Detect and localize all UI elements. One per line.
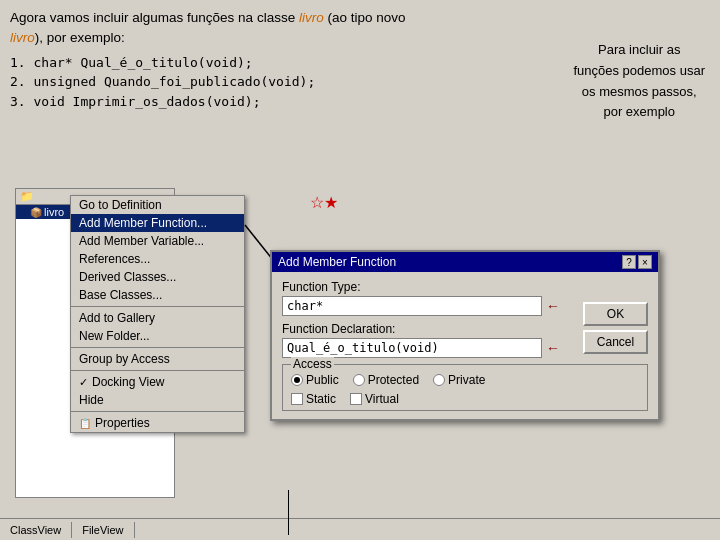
checkbox-static[interactable]: Static: [291, 392, 336, 406]
tree-icon: 📦: [30, 207, 42, 218]
add-member-function-dialog: Add Member Function ? × OK Cancel Functi…: [270, 250, 660, 421]
bottom-tab-bar: ClassView FileView: [0, 518, 720, 540]
dialog-title: Add Member Function: [278, 255, 396, 269]
side-note-line-1: Para incluir as: [573, 40, 705, 61]
cursor-arrow-icon2: ←: [546, 340, 560, 356]
side-note: Para incluir as funções podemos usar os …: [573, 40, 705, 123]
menu-separator-4: [71, 411, 244, 412]
menu-separator-3: [71, 370, 244, 371]
star-cursor-icon: ☆★: [310, 193, 338, 212]
cancel-button[interactable]: Cancel: [583, 330, 648, 354]
function-type-label: Function Type:: [282, 280, 648, 294]
function-type-input[interactable]: [282, 296, 542, 316]
checkbox-static-label: Static: [306, 392, 336, 406]
checkbox-virtual-box[interactable]: [350, 393, 362, 405]
side-note-line-2: funções podemos usar: [573, 61, 705, 82]
access-radio-row: Public Protected Private: [291, 373, 639, 387]
radio-public-circle[interactable]: [291, 374, 303, 386]
menu-item-add-member-function[interactable]: Add Member Function...: [71, 214, 244, 232]
menu-item-derived-classes[interactable]: Derived Classes...: [71, 268, 244, 286]
tab-classview[interactable]: ClassView: [0, 522, 72, 538]
menu-item-add-member-variable[interactable]: Add Member Variable...: [71, 232, 244, 250]
radio-protected[interactable]: Protected: [353, 373, 419, 387]
intro-line1: Agora vamos incluir algumas funções na c…: [10, 10, 405, 25]
dialog-body: OK Cancel Function Type: ← Function Decl…: [272, 272, 658, 419]
dialog-titlebar: Add Member Function ? ×: [272, 252, 658, 272]
ok-button[interactable]: OK: [583, 302, 648, 326]
access-legend: Access: [291, 357, 334, 371]
checkbox-virtual[interactable]: Virtual: [350, 392, 399, 406]
tab-fileview[interactable]: FileView: [72, 522, 134, 538]
context-menu: Go to Definition Add Member Function... …: [70, 195, 245, 433]
access-group: Access Public Protected Private: [282, 364, 648, 411]
cursor-arrow-icon: ←: [546, 298, 560, 314]
menu-item-hide[interactable]: Hide: [71, 391, 244, 409]
radio-protected-circle[interactable]: [353, 374, 365, 386]
menu-item-group-by-access[interactable]: Group by Access: [71, 350, 244, 368]
menu-item-docking-view[interactable]: ✓Docking View: [71, 373, 244, 391]
side-note-line-4: por exemplo: [573, 102, 705, 123]
checkbox-virtual-label: Virtual: [365, 392, 399, 406]
dialog-titlebar-buttons: ? ×: [622, 255, 652, 269]
function-declaration-input[interactable]: [282, 338, 542, 358]
checkbox-static-box[interactable]: [291, 393, 303, 405]
dialog-close-button[interactable]: ×: [638, 255, 652, 269]
bottom-line: [288, 490, 289, 535]
radio-protected-label: Protected: [368, 373, 419, 387]
menu-item-properties[interactable]: 📋Properties: [71, 414, 244, 432]
menu-item-base-classes[interactable]: Base Classes...: [71, 286, 244, 304]
menu-item-go-to-definition[interactable]: Go to Definition: [71, 196, 244, 214]
menu-item-new-folder[interactable]: New Folder...: [71, 327, 244, 345]
menu-separator-2: [71, 347, 244, 348]
extra-options-row: Static Virtual: [291, 392, 639, 406]
menu-separator-1: [71, 306, 244, 307]
menu-item-add-to-gallery[interactable]: Add to Gallery: [71, 309, 244, 327]
side-note-line-3: os mesmos passos,: [573, 82, 705, 103]
intro-line2: livro), por exemplo:: [10, 30, 125, 45]
radio-public[interactable]: Public: [291, 373, 339, 387]
radio-private-label: Private: [448, 373, 485, 387]
radio-public-label: Public: [306, 373, 339, 387]
class-view-title: 📁: [20, 190, 34, 203]
radio-private-circle[interactable]: [433, 374, 445, 386]
menu-item-references[interactable]: References...: [71, 250, 244, 268]
dialog-action-buttons: OK Cancel: [583, 302, 648, 354]
radio-private[interactable]: Private: [433, 373, 485, 387]
dialog-help-button[interactable]: ?: [622, 255, 636, 269]
